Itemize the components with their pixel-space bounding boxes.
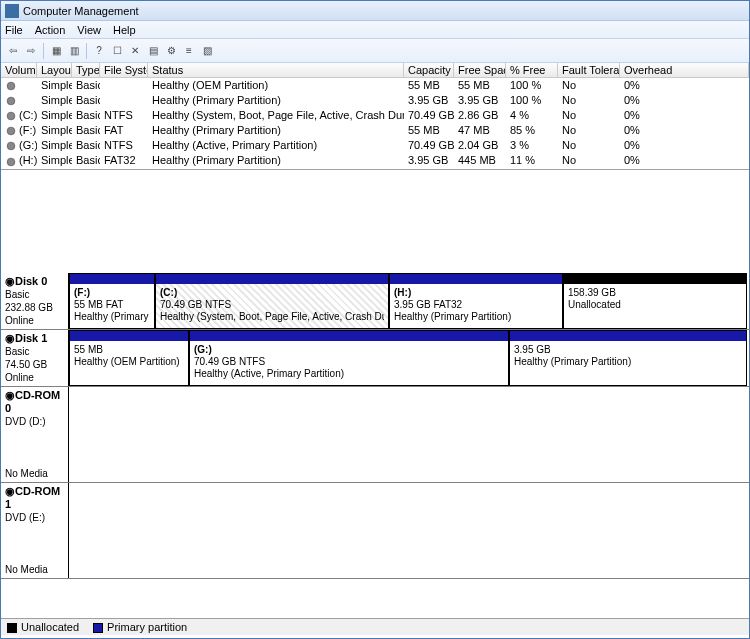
partition-header bbox=[510, 331, 746, 341]
disk-row: ◉CD-ROM 0DVD (D:)No Media bbox=[1, 387, 749, 483]
settings-button[interactable]: ⚙ bbox=[163, 43, 179, 59]
disk-icon bbox=[7, 142, 15, 150]
mount-button[interactable]: ▤ bbox=[145, 43, 161, 59]
disk-info[interactable]: ◉CD-ROM 0DVD (D:)No Media bbox=[1, 387, 69, 482]
volume-row[interactable]: (F:)SimpleBasicFATHealthy (Primary Parti… bbox=[1, 123, 749, 138]
volume-row[interactable]: (H:)SimpleBasicFAT32Healthy (Primary Par… bbox=[1, 153, 749, 168]
app-icon bbox=[5, 4, 19, 18]
col-freespace[interactable]: Free Space bbox=[454, 63, 506, 78]
window-title: Computer Management bbox=[23, 5, 139, 17]
properties-button[interactable]: ☐ bbox=[109, 43, 125, 59]
partition-header bbox=[156, 274, 388, 284]
disk-row: ◉CD-ROM 1DVD (E:)No Media bbox=[1, 483, 749, 579]
volume-row[interactable]: (C:)SimpleBasicNTFSHealthy (System, Boot… bbox=[1, 108, 749, 123]
partition-body: 3.95 GBHealthy (Primary Partition) bbox=[510, 341, 746, 385]
col-overhead[interactable]: Overhead bbox=[620, 63, 749, 78]
partition-body: (G:)70.49 GB NTFSHealthy (Active, Primar… bbox=[190, 341, 508, 385]
disk-icon bbox=[7, 97, 15, 105]
menubar: File Action View Help bbox=[1, 21, 749, 39]
col-pctfree[interactable]: % Free bbox=[506, 63, 558, 78]
col-type[interactable]: Type bbox=[72, 63, 100, 78]
volumes-header: Volume Layout Type File System Status Ca… bbox=[1, 63, 749, 78]
forward-button[interactable]: ⇨ bbox=[23, 43, 39, 59]
toolbar: ⇦ ⇨ ▦ ▥ ? ☐ ✕ ▤ ⚙ ≡ ▧ bbox=[1, 39, 749, 63]
volume-row[interactable]: SimpleBasicHealthy (OEM Partition)55 MB5… bbox=[1, 78, 749, 93]
col-status[interactable]: Status bbox=[148, 63, 404, 78]
partition[interactable]: (C:)70.49 GB NTFSHealthy (System, Boot, … bbox=[155, 273, 389, 329]
partition-header bbox=[70, 274, 154, 284]
volume-row[interactable]: SimpleBasicHealthy (Primary Partition)3.… bbox=[1, 93, 749, 108]
col-capacity[interactable]: Capacity bbox=[404, 63, 454, 78]
extra-button[interactable]: ▧ bbox=[199, 43, 215, 59]
partition-header bbox=[564, 274, 746, 284]
help-button[interactable]: ? bbox=[91, 43, 107, 59]
legend-primary: Primary partition bbox=[93, 621, 187, 633]
disk-info[interactable]: ◉CD-ROM 1DVD (E:)No Media bbox=[1, 483, 69, 578]
partition-header bbox=[190, 331, 508, 341]
disk-parts: (F:)55 MB FATHealthy (Primary Parti(C:)7… bbox=[69, 273, 749, 329]
col-filesystem[interactable]: File System bbox=[100, 63, 148, 78]
partition[interactable]: (H:)3.95 GB FAT32Healthy (Primary Partit… bbox=[389, 273, 563, 329]
partition-body: (C:)70.49 GB NTFSHealthy (System, Boot, … bbox=[156, 284, 388, 328]
delete-button[interactable]: ✕ bbox=[127, 43, 143, 59]
disk-icon bbox=[7, 157, 15, 165]
partition[interactable]: (G:)70.49 GB NTFSHealthy (Active, Primar… bbox=[189, 330, 509, 386]
partition[interactable]: 3.95 GBHealthy (Primary Partition) bbox=[509, 330, 747, 386]
disk-info[interactable]: ◉Disk 1Basic74.50 GBOnline bbox=[1, 330, 69, 386]
col-layout[interactable]: Layout bbox=[37, 63, 72, 78]
menu-action[interactable]: Action bbox=[35, 24, 66, 36]
partition[interactable]: 55 MBHealthy (OEM Partition) bbox=[69, 330, 189, 386]
disk-info[interactable]: ◉Disk 0Basic232.88 GBOnline bbox=[1, 273, 69, 329]
legend-unalloc: Unallocated bbox=[7, 621, 79, 633]
disk-icon bbox=[7, 127, 15, 135]
legend: Unallocated Primary partition bbox=[1, 618, 749, 635]
col-fault[interactable]: Fault Tolerance bbox=[558, 63, 620, 78]
disk-icon bbox=[7, 112, 15, 120]
menu-view[interactable]: View bbox=[77, 24, 101, 36]
partition[interactable]: 158.39 GBUnallocated bbox=[563, 273, 747, 329]
partition-header bbox=[390, 274, 562, 284]
menu-file[interactable]: File bbox=[5, 24, 23, 36]
disk-row: ◉Disk 1Basic74.50 GBOnline55 MBHealthy (… bbox=[1, 330, 749, 387]
partition-body: (H:)3.95 GB FAT32Healthy (Primary Partit… bbox=[390, 284, 562, 328]
menu-help[interactable]: Help bbox=[113, 24, 136, 36]
volumes-table: Volume Layout Type File System Status Ca… bbox=[1, 63, 749, 170]
back-button[interactable]: ⇦ bbox=[5, 43, 21, 59]
partition-body: 158.39 GBUnallocated bbox=[564, 284, 746, 328]
volume-row[interactable]: (G:)SimpleBasicNTFSHealthy (Active, Prim… bbox=[1, 138, 749, 153]
tree-button[interactable]: ▥ bbox=[66, 43, 82, 59]
partition[interactable]: (F:)55 MB FATHealthy (Primary Parti bbox=[69, 273, 155, 329]
disk-icon bbox=[7, 82, 15, 90]
partition-body: (F:)55 MB FATHealthy (Primary Parti bbox=[70, 284, 154, 328]
disk-parts: 55 MBHealthy (OEM Partition)(G:)70.49 GB… bbox=[69, 330, 749, 386]
disk-row: ◉Disk 0Basic232.88 GBOnline(F:)55 MB FAT… bbox=[1, 273, 749, 330]
titlebar[interactable]: Computer Management bbox=[1, 1, 749, 21]
partition-header bbox=[70, 331, 188, 341]
disk-parts bbox=[69, 387, 749, 482]
disks-graphical: ◉Disk 0Basic232.88 GBOnline(F:)55 MB FAT… bbox=[1, 273, 749, 579]
refresh-button[interactable]: ▦ bbox=[48, 43, 64, 59]
partition-body: 55 MBHealthy (OEM Partition) bbox=[70, 341, 188, 385]
col-volume[interactable]: Volume bbox=[1, 63, 37, 78]
disk-parts bbox=[69, 483, 749, 578]
list-button[interactable]: ≡ bbox=[181, 43, 197, 59]
